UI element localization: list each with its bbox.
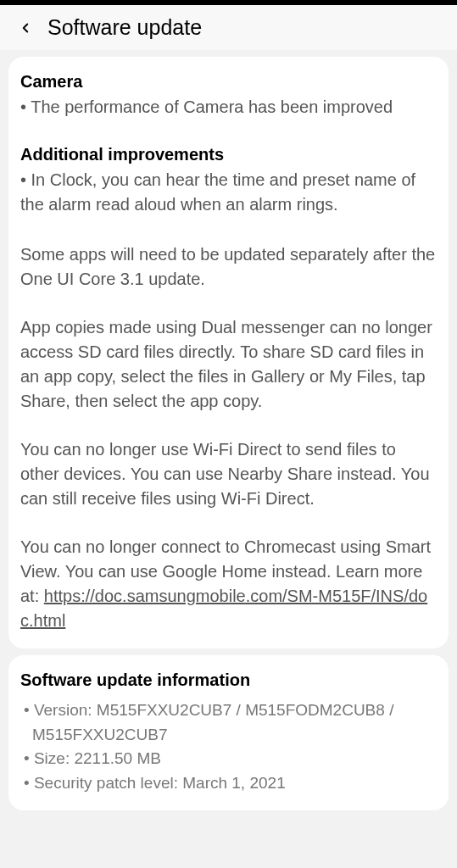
- additional-heading: Additional improvements: [20, 145, 437, 164]
- camera-bullet: • The performance of Camera has been imp…: [20, 95, 437, 120]
- para-chromecast: You can no longer connect to Chromecast …: [20, 535, 437, 633]
- para-wifi-direct: You can no longer use Wi-Fi Direct to se…: [20, 437, 437, 511]
- learn-more-link[interactable]: https://doc.samsungmobile.com/SM-M515F/I…: [20, 587, 427, 630]
- page-title: Software update: [47, 15, 202, 40]
- header-bar: Software update: [0, 5, 457, 50]
- para-dual-messenger: App copies made using Dual messenger can…: [20, 315, 437, 414]
- changelog-card: Camera • The performance of Camera has b…: [8, 57, 449, 648]
- info-version: • Version: M515FXXU2CUB7 / M515FODM2CUB8…: [20, 698, 437, 747]
- info-patch: • Security patch level: March 1, 2021: [20, 771, 437, 796]
- update-info-card: Software update information • Version: M…: [8, 655, 449, 810]
- info-size: • Size: 2211.50 MB: [20, 747, 437, 771]
- info-heading: Software update information: [20, 670, 437, 690]
- additional-bullet: • In Clock, you can hear the time and pr…: [20, 168, 437, 217]
- camera-heading: Camera: [20, 72, 437, 92]
- back-icon[interactable]: [14, 16, 37, 40]
- para-apps-update: Some apps will need to be updated separa…: [20, 242, 437, 292]
